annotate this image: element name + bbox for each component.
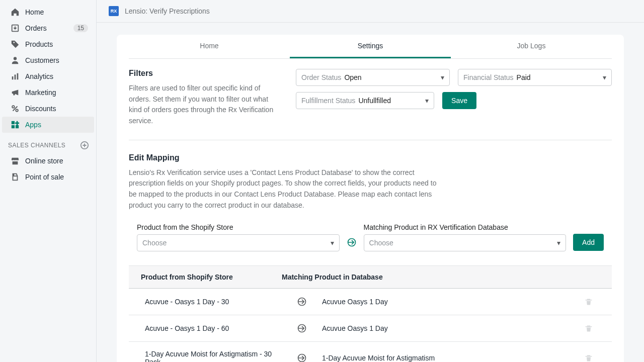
delete-icon[interactable]	[585, 298, 600, 306]
add-channel-icon[interactable]	[80, 141, 89, 150]
sidebar-item-label: Customers	[25, 56, 88, 64]
th-store: Product from Shopify Store	[141, 273, 282, 281]
arrow-right-circle-icon	[282, 353, 322, 363]
table-row: Acuvue - Oasys 1 Day - 30Acuvue Oasys 1 …	[129, 289, 612, 315]
td-db: Acuvue Oasys 1 Day	[322, 324, 585, 332]
app-title: Lensio: Verify Prescriptions	[125, 7, 210, 15]
apps-icon	[10, 120, 20, 130]
mapping-desc: Lensio's Rx Verification service uses a …	[129, 167, 441, 211]
sidebar-item-marketing[interactable]: Marketing	[2, 84, 94, 101]
orders-icon	[10, 23, 20, 33]
th-db: Matching Product in Database	[282, 273, 600, 281]
table-row: 1-Day Acuvue Moist for Astigmatism - 30 …	[129, 342, 612, 363]
sidebar-item-label: Orders	[25, 24, 73, 32]
mapping-table: Product from Shopify Store Matching Prod…	[129, 265, 612, 363]
sales-channels-header: SALES CHANNELS	[0, 133, 96, 153]
db-product-label: Matching Product in RX Vertification Dat…	[364, 223, 567, 231]
td-store: Acuvue - Oasys 1 Day - 60	[141, 324, 282, 332]
mapping-section: Edit Mapping Lensio's Rx Verification se…	[117, 143, 624, 362]
main-content: RX Lensio: Verify Prescriptions Home Set…	[97, 0, 644, 362]
td-db: Acuvue Oasys 1 Day	[322, 298, 585, 306]
sidebar-item-products[interactable]: Products	[2, 36, 94, 52]
sidebar-item-label: Online store	[25, 157, 88, 165]
svg-point-6	[16, 109, 18, 112]
sidebar-item-label: Marketing	[25, 88, 88, 97]
delete-icon[interactable]	[585, 324, 600, 332]
sidebar-item-analytics[interactable]: Analytics	[2, 68, 94, 84]
fulfillment-status-select[interactable]: Fulfillment Status Unfullfilled ▾	[296, 92, 434, 109]
svg-rect-9	[12, 125, 15, 128]
financial-status-select[interactable]: Financial Status Paid ▾	[458, 69, 612, 86]
svg-point-1	[14, 57, 17, 60]
svg-rect-7	[12, 121, 15, 124]
delete-icon[interactable]	[585, 354, 600, 362]
sidebar-item-apps[interactable]: Apps	[2, 117, 94, 133]
td-store: 1-Day Acuvue Moist for Astigmatism - 30 …	[141, 350, 282, 363]
filters-section: Filters Filters are used to filter out s…	[117, 59, 624, 137]
sidebar-item-label: Products	[25, 40, 88, 48]
add-button[interactable]: Add	[573, 234, 604, 251]
sidebar-item-online-store[interactable]: Online store	[2, 153, 94, 169]
svg-rect-4	[17, 73, 19, 80]
sidebar-item-orders[interactable]: Orders 15	[2, 20, 94, 36]
sidebar-item-customers[interactable]: Customers	[2, 52, 94, 68]
tab-job-logs[interactable]: Job Logs	[451, 35, 612, 58]
chevron-down-icon: ▾	[441, 73, 444, 81]
sidebar-item-label: Analytics	[25, 72, 88, 80]
store-icon	[10, 156, 20, 166]
tab-settings[interactable]: Settings	[290, 35, 451, 58]
svg-rect-3	[15, 74, 16, 79]
arrow-right-circle-icon	[282, 323, 322, 333]
td-store: Acuvue - Oasys 1 Day - 30	[141, 298, 282, 306]
sidebar-item-label: Apps	[25, 121, 88, 129]
person-icon	[10, 55, 20, 65]
chevron-down-icon: ▾	[331, 239, 334, 247]
sidebar-item-discounts[interactable]: Discounts	[2, 101, 94, 117]
pos-icon	[10, 172, 20, 182]
save-button[interactable]: Save	[442, 92, 476, 109]
mapping-title: Edit Mapping	[129, 153, 612, 162]
orders-badge: 15	[73, 24, 88, 32]
home-icon	[10, 7, 20, 17]
tab-home[interactable]: Home	[129, 35, 290, 58]
td-db: 1-Day Acuvue Moist for Astigmatism	[322, 354, 585, 362]
store-product-select[interactable]: Choose ▾	[137, 234, 340, 251]
tag-icon	[10, 39, 20, 49]
svg-rect-8	[16, 125, 19, 128]
divider	[129, 140, 612, 140]
order-status-select[interactable]: Order Status Open ▾	[296, 69, 450, 86]
analytics-icon	[10, 71, 20, 81]
section-header-label: SALES CHANNELS	[8, 142, 65, 149]
app-badge-icon: RX	[109, 6, 119, 16]
table-row: Acuvue - Oasys 1 Day - 60Acuvue Oasys 1 …	[129, 315, 612, 342]
topbar: RX Lensio: Verify Prescriptions	[97, 0, 644, 23]
arrow-right-circle-icon	[282, 297, 322, 307]
sidebar: Home Orders 15 Products Customers Analyt…	[0, 0, 97, 362]
sidebar-item-label: Discounts	[25, 105, 88, 113]
chevron-down-icon: ▾	[603, 73, 606, 81]
settings-card: Home Settings Job Logs Filters Filters a…	[117, 35, 624, 362]
chevron-down-icon: ▾	[425, 97, 429, 105]
sidebar-item-home[interactable]: Home	[2, 4, 94, 20]
filters-title: Filters	[129, 69, 280, 78]
chevron-down-icon: ▾	[557, 239, 560, 247]
discount-icon	[10, 104, 20, 114]
arrow-right-circle-icon	[347, 237, 357, 247]
db-product-select[interactable]: Choose ▾	[364, 234, 567, 251]
sidebar-item-pos[interactable]: Point of sale	[2, 169, 94, 185]
tabs: Home Settings Job Logs	[129, 35, 612, 59]
sidebar-item-label: Home	[25, 8, 88, 16]
sidebar-item-label: Point of sale	[25, 173, 88, 181]
svg-point-5	[12, 106, 15, 108]
store-product-label: Product from the Shopify Store	[137, 223, 340, 231]
filters-desc: Filters are used to filter out specific …	[129, 83, 280, 127]
svg-rect-2	[12, 76, 14, 79]
megaphone-icon	[10, 87, 20, 98]
